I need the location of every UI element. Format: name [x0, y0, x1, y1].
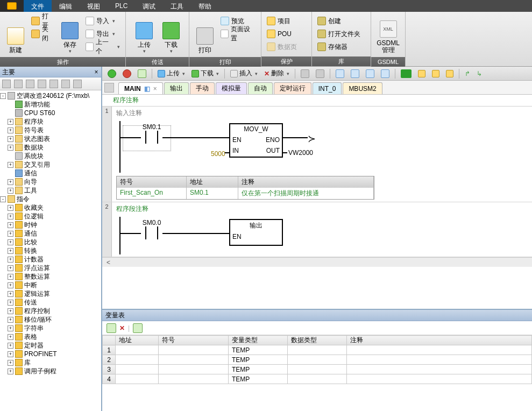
tab-manual[interactable]: 手动	[190, 82, 215, 94]
mov-w-block[interactable]: MOV_W EN ENO IN OUT	[229, 123, 283, 158]
segment-comment[interactable]: 程序段注释	[116, 204, 528, 214]
lock-icon[interactable]	[430, 68, 442, 79]
tree-instr-root[interactable]: - 指令	[0, 195, 101, 203]
tab-analog[interactable]: 模拟量	[216, 82, 247, 94]
table-row[interactable]: 3TEMP	[103, 365, 532, 374]
menu-view[interactable]: 视图	[80, 0, 108, 12]
download-button[interactable]: 下载▾	[158, 14, 184, 55]
tree-instr-item[interactable]: +程序控制	[0, 307, 101, 315]
tree-item[interactable]: +数据块	[0, 143, 101, 152]
lock-icon[interactable]	[416, 68, 428, 79]
tree-instr-item[interactable]: +逻辑运算	[0, 289, 101, 298]
expander-icon[interactable]: +	[8, 317, 13, 323]
tab-pin-icon[interactable]: ◧	[144, 85, 150, 93]
expander-icon[interactable]: -	[0, 196, 6, 202]
expander-icon[interactable]: +	[8, 265, 13, 271]
print-button[interactable]: 打印	[193, 14, 217, 55]
table-row[interactable]: 4TEMP	[103, 374, 532, 384]
tree-instr-item[interactable]: +移位/循环	[0, 315, 101, 324]
tree-instr-item[interactable]: +字符串	[0, 324, 101, 332]
download2-button[interactable]: 下载▾	[189, 68, 221, 79]
tab-main[interactable]: MAIN◧×	[118, 82, 163, 94]
menu-help[interactable]: 帮助	[191, 0, 219, 12]
tree-item[interactable]: +交叉引用	[0, 160, 101, 169]
tool-icon[interactable]	[364, 68, 377, 79]
expander-icon[interactable]: +	[8, 231, 13, 237]
protect-project-button[interactable]: 项目	[265, 15, 299, 27]
program-comment[interactable]: 程序注释	[102, 95, 532, 107]
tree-item[interactable]: 新增功能	[0, 100, 101, 109]
tree-instr-item[interactable]: +定时器	[0, 341, 101, 350]
input-comment[interactable]: 输入注释	[116, 109, 528, 118]
expander-icon[interactable]: +	[8, 274, 13, 280]
protect-datapage-button[interactable]: 数据页	[265, 41, 299, 53]
view-icon[interactable]	[49, 80, 58, 88]
close-button[interactable]: 关闭	[29, 28, 56, 40]
branch-icon[interactable]: ↳	[474, 68, 484, 79]
run-button[interactable]	[105, 68, 118, 79]
compile-button[interactable]	[136, 68, 148, 79]
tree-root[interactable]: - 空调改造240612 (F:\mxb\	[0, 91, 101, 100]
protect-pou-button[interactable]: POU	[265, 28, 299, 40]
var-tool-icon[interactable]	[133, 323, 143, 333]
table-row[interactable]: 2TEMP	[103, 355, 532, 365]
expander-icon[interactable]: +	[8, 205, 13, 211]
panel-close-icon[interactable]: ×	[91, 67, 101, 77]
tree-item[interactable]: +程序块	[0, 117, 101, 126]
view-icon[interactable]	[73, 80, 82, 88]
save-button[interactable]: 保存▾	[57, 14, 82, 55]
view-icon[interactable]	[2, 80, 11, 88]
tree-instr-item[interactable]: +浮点运算	[0, 264, 101, 272]
expander-icon[interactable]: +	[8, 145, 13, 151]
expander-icon[interactable]: +	[8, 291, 13, 297]
delete-button[interactable]: ✕删除▾	[262, 68, 292, 79]
tree-instr-item[interactable]: +表格	[0, 332, 101, 341]
tab-auto[interactable]: 自动	[248, 82, 273, 94]
expander-icon[interactable]: +	[8, 162, 13, 168]
upload-button[interactable]: 上传▾	[131, 14, 157, 55]
expander-icon[interactable]: +	[8, 179, 13, 185]
expander-icon[interactable]: +	[8, 360, 13, 366]
expander-icon[interactable]: +	[8, 369, 13, 374]
tab-nav-icon[interactable]	[104, 83, 114, 93]
view-icon[interactable]	[61, 80, 70, 88]
expander-icon[interactable]: +	[8, 351, 13, 357]
expander-icon[interactable]: +	[8, 343, 13, 349]
expander-icon[interactable]: -	[0, 93, 6, 99]
expander-icon[interactable]: +	[8, 325, 13, 331]
tree-instr-item[interactable]: +库	[0, 358, 101, 367]
tab-int0[interactable]: INT_0	[313, 82, 342, 94]
expander-icon[interactable]: +	[8, 300, 13, 306]
tree-instr-item[interactable]: +整数运算	[0, 272, 101, 281]
pagesetup-button[interactable]: 页面设置	[218, 28, 258, 40]
expander-icon[interactable]: +	[8, 127, 13, 133]
import-button[interactable]: 导入▾	[83, 15, 122, 27]
ladder-editor[interactable]: 程序注释 1 输入注释 SM0.1 MOV_W	[102, 95, 532, 309]
output-block[interactable]: 输出 EN	[229, 219, 283, 246]
lib-openfolder-button[interactable]: 打开文件夹	[315, 28, 363, 40]
expander-icon[interactable]: +	[8, 214, 13, 219]
expander-icon[interactable]: +	[8, 239, 13, 245]
tree-item[interactable]: +工具	[0, 186, 101, 195]
table-row[interactable]: 1TEMP	[103, 345, 532, 355]
tree-instr-item[interactable]: +位逻辑	[0, 212, 101, 221]
tree-instr-item[interactable]: +转换	[0, 246, 101, 255]
tree-item[interactable]: CPU ST60	[0, 109, 101, 117]
tree-item[interactable]: 系统块	[0, 152, 101, 160]
upload2-button[interactable]: 上传▾	[155, 68, 187, 79]
expander-icon[interactable]: +	[8, 188, 13, 194]
menu-plc[interactable]: PLC	[108, 0, 135, 12]
tree-item[interactable]: +向导	[0, 178, 101, 186]
tree-item[interactable]: +状态图表	[0, 134, 101, 143]
expander-icon[interactable]: +	[8, 282, 13, 288]
insert-button[interactable]: 插入▾	[228, 68, 260, 79]
tab-close-icon[interactable]: ×	[153, 85, 157, 93]
tree-instr-item[interactable]: +计数器	[0, 255, 101, 264]
prev-button[interactable]: 上一个▾	[83, 41, 122, 53]
project-tree[interactable]: - 空调改造240612 (F:\mxb\ 新增功能CPU ST60+程序块+符…	[0, 90, 101, 411]
tree-instr-item[interactable]: +时钟	[0, 221, 101, 229]
variable-grid[interactable]: 地址 符号 变量类型 数据类型 注释 1TEMP2TEMP3TEMP4TEMP	[102, 335, 532, 411]
stop-button[interactable]	[120, 68, 133, 79]
expander-icon[interactable]: +	[8, 308, 13, 314]
menu-tools[interactable]: 工具	[163, 0, 191, 12]
